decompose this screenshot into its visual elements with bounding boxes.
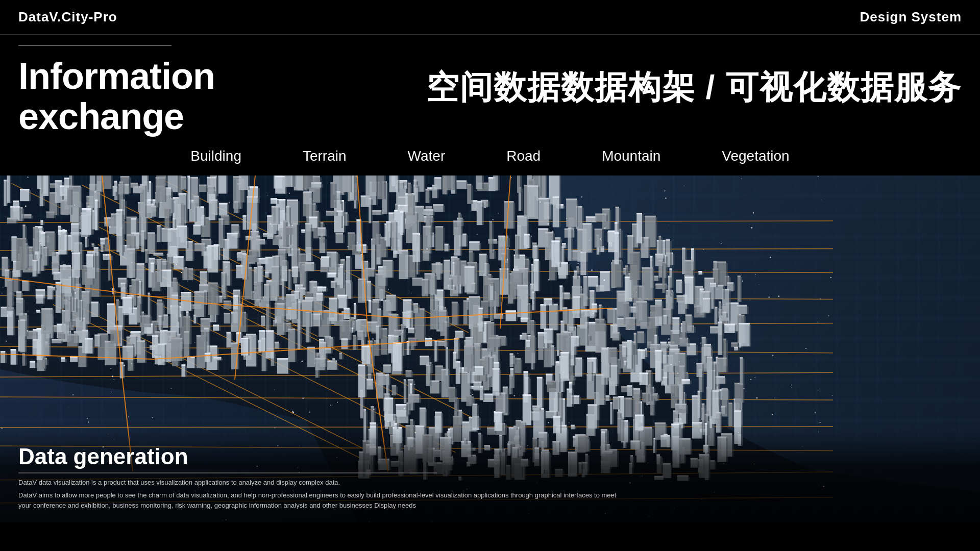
nav-item-road[interactable]: Road	[476, 144, 571, 168]
chinese-title: 空间数据数据构架 / 可视化数据服务	[426, 35, 962, 110]
header: DataV.City-Pro Design System	[0, 0, 980, 35]
separator-line	[18, 45, 172, 46]
hero-area: Data generation DataV data visualization…	[0, 176, 980, 522]
bottom-overlay: Data generation DataV data visualization…	[0, 430, 980, 522]
nav-item-terrain[interactable]: Terrain	[272, 144, 377, 168]
design-system-label: Design System	[860, 9, 962, 25]
logo: DataV.City-Pro	[18, 9, 117, 25]
left-block: Informationexchange	[18, 35, 215, 137]
data-gen-title: Data generation	[18, 444, 962, 469]
top-section: Informationexchange 空间数据数据构架 / 可视化数据服务	[0, 35, 980, 137]
nav-item-vegetation[interactable]: Vegetation	[691, 144, 820, 168]
data-gen-separator	[18, 472, 437, 473]
nav-item-mountain[interactable]: Mountain	[571, 144, 691, 168]
nav-item-building[interactable]: Building	[160, 144, 272, 168]
nav-bar: Building Terrain Water Road Mountain Veg…	[0, 137, 980, 176]
data-gen-desc1: DataV data visualization is a product th…	[18, 479, 437, 486]
nav-item-water[interactable]: Water	[377, 144, 476, 168]
data-gen-desc2: DataV aims to allow more people to see t…	[18, 490, 631, 510]
info-exchange-title: Informationexchange	[18, 56, 215, 137]
